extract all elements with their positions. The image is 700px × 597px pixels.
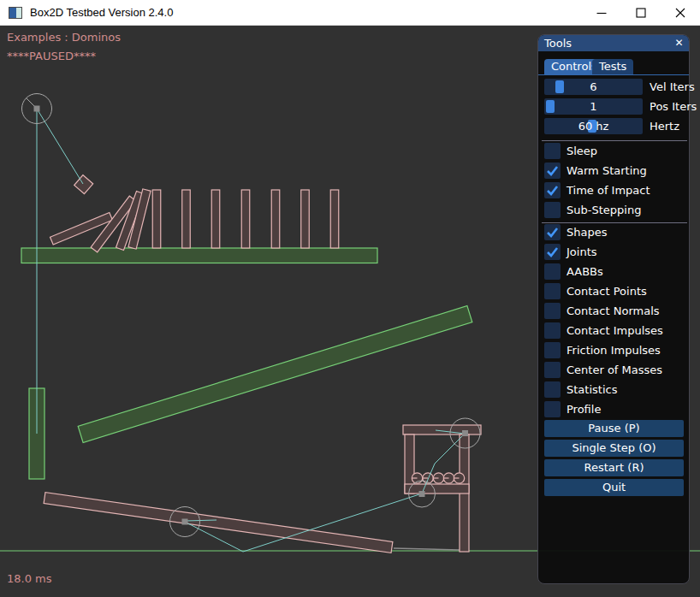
maximize-button[interactable] [621, 0, 661, 26]
fallen-dominos [50, 189, 151, 252]
checkbox-joints[interactable]: Joints [544, 244, 688, 260]
app-icon [9, 7, 22, 19]
checkbox-label: Friction Impulses [567, 342, 661, 358]
slider-label: Pos Iters [650, 98, 697, 115]
example-label: Examples : Dominos [7, 31, 121, 44]
slider-label: Hertz [650, 118, 679, 134]
domino-platform [21, 248, 377, 263]
checkbox-box[interactable] [544, 263, 561, 280]
tools-panel-title: Tools [544, 37, 572, 50]
slider-value: 1 [544, 98, 643, 115]
checkbox-box[interactable] [544, 401, 561, 417]
checkbox-label: Time of Impact [567, 182, 650, 198]
quit-button[interactable]: Quit [544, 479, 684, 496]
checkbox-box[interactable] [544, 182, 561, 198]
shelf-spheres [412, 473, 464, 483]
checkbox-label: Statistics [567, 381, 617, 398]
standing-dominos [152, 190, 339, 248]
stand-shelf [405, 484, 469, 494]
checkbox-box[interactable] [544, 244, 561, 260]
panel-close-icon: ✕ [674, 37, 683, 49]
checkbox-friction-impulses[interactable]: Friction Impulses [544, 342, 688, 358]
checkbox-box[interactable] [544, 163, 561, 179]
slider-row-hertz: 60 hz Hertz [544, 118, 685, 134]
checkbox-label: AABBs [567, 263, 603, 280]
checkbox-box[interactable] [544, 322, 561, 339]
anchor-square [34, 106, 40, 112]
anchor-square [419, 491, 425, 497]
checkbox-shapes[interactable]: Shapes [544, 224, 688, 240]
domino [152, 190, 161, 248]
single-step-button[interactable]: Single Step (O) [544, 440, 684, 457]
checkbox-contact-points[interactable]: Contact Points [544, 283, 688, 299]
close-button[interactable] [661, 0, 700, 26]
pendulum-rope [37, 109, 83, 184]
check-icon [544, 244, 561, 260]
minimize-button[interactable] [582, 0, 621, 26]
checkbox-box[interactable] [544, 362, 561, 378]
anchor-square [182, 519, 188, 525]
domino [241, 190, 250, 248]
checkbox-label: Center of Masses [567, 362, 662, 378]
checkbox-aabbs[interactable]: AABBs [544, 263, 688, 280]
panel-close-button[interactable]: ✕ [673, 37, 685, 50]
tools-panel-title-bar[interactable]: Tools [538, 35, 689, 51]
slider-row-vel-iters: 6 Vel Iters [544, 79, 685, 95]
checkbox-box[interactable] [544, 283, 561, 299]
domino [211, 190, 220, 248]
slider-row-pos-iters: 1 Pos Iters [544, 98, 685, 115]
checkbox-warm-starting[interactable]: Warm Starting [544, 163, 688, 179]
tab-controls-label: Controls [551, 60, 597, 73]
separator [542, 140, 687, 141]
checkbox-center-of-masses[interactable]: Center of Masses [544, 362, 688, 378]
restart-button[interactable]: Restart (R) [544, 459, 684, 476]
seesaw-plank [44, 493, 393, 553]
stand-structure [403, 425, 481, 552]
checkbox-box[interactable] [544, 224, 561, 240]
minimize-icon [596, 8, 607, 18]
window-title: Box2D Testbed Version 2.4.0 [30, 6, 173, 19]
close-icon [675, 8, 685, 18]
check-icon [544, 224, 561, 240]
checkbox-label: Shapes [567, 224, 607, 240]
checkbox-contact-impulses[interactable]: Contact Impulses [544, 322, 688, 339]
checkbox-sleep[interactable]: Sleep [544, 143, 688, 159]
checkbox-time-of-impact[interactable]: Time of Impact [544, 182, 688, 198]
os-title-bar: Box2D Testbed Version 2.4.0 [0, 0, 700, 26]
check-icon [544, 182, 561, 198]
checkbox-label: Joints [567, 244, 597, 260]
tab-bar-underline [538, 74, 689, 75]
stand-top-beam [403, 425, 481, 434]
domino [301, 190, 310, 248]
slider-value: 6 [544, 79, 643, 95]
checkbox-label: Warm Starting [567, 163, 647, 179]
checkbox-box[interactable] [544, 202, 561, 218]
checkbox-statistics[interactable]: Statistics [544, 381, 688, 398]
slider-label: Vel Iters [650, 79, 695, 95]
pause-button[interactable]: Pause (P) [544, 420, 684, 437]
checkbox-label: Contact Impulses [567, 322, 663, 339]
checkbox-box[interactable] [544, 342, 561, 358]
slider-value: 60 hz [544, 118, 643, 134]
domino [182, 190, 191, 248]
checkbox-profile[interactable]: Profile [544, 401, 688, 417]
checkbox-box[interactable] [544, 381, 561, 398]
checkbox-label: Sleep [567, 143, 597, 159]
checkbox-box[interactable] [544, 143, 561, 159]
vel-iters-slider[interactable]: 6 [544, 79, 643, 95]
pos-iters-slider[interactable]: 1 [544, 98, 643, 115]
check-icon [544, 163, 561, 179]
paused-label: ****PAUSED**** [7, 50, 96, 62]
tab-tests[interactable]: Tests [592, 59, 633, 74]
domino [330, 190, 339, 248]
checkbox-box[interactable] [544, 303, 561, 319]
checkbox-sub-stepping[interactable]: Sub-Stepping [544, 202, 688, 218]
hertz-slider[interactable]: 60 hz [544, 118, 643, 134]
checkbox-contact-normals[interactable]: Contact Normals [544, 303, 688, 319]
checkbox-label: Contact Normals [567, 303, 660, 319]
checkbox-label: Profile [567, 401, 601, 417]
tab-tests-label: Tests [599, 60, 626, 73]
checkbox-label: Sub-Stepping [567, 202, 641, 218]
swinging-box [74, 175, 93, 194]
app-window: Box2D Testbed Version 2.4.0 [0, 0, 700, 597]
